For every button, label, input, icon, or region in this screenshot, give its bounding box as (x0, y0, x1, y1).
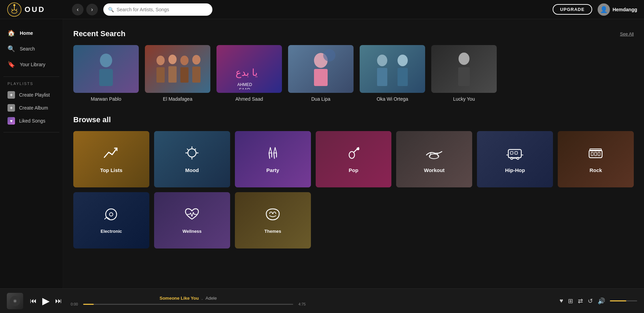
sidebar-item-home[interactable]: 🏠 Home (3, 26, 59, 40)
browse-card-hip-hop[interactable]: Hip-Hop (477, 131, 553, 187)
playlists-label: PLAYLISTS (0, 82, 63, 86)
health-label: Wellness (182, 229, 201, 234)
liked-songs-label: Liked Songs (19, 118, 45, 124)
browse-card-vinyl[interactable]: Electronic (73, 192, 149, 248)
home-icon: 🏠 (8, 29, 15, 37)
create-album-icon: + (8, 104, 15, 112)
artist-card-dua[interactable]: Dua Lipa (288, 45, 354, 102)
svg-rect-40 (510, 152, 513, 154)
svg-rect-11 (168, 66, 177, 83)
svg-rect-13 (180, 67, 189, 83)
svg-rect-48 (591, 152, 593, 156)
avatar: 👤 (598, 3, 610, 16)
workout-label: Workout (424, 167, 445, 173)
browse-all-grid: Top Lists Mood (73, 131, 634, 248)
nav-arrows: ‹ › (72, 4, 98, 15)
play-pause-button[interactable]: ▶ (42, 295, 50, 307)
artist-image-dua (288, 45, 354, 93)
recent-search-title: Recent Search (73, 29, 125, 38)
progress-bar[interactable] (83, 304, 293, 305)
artist-card-lucky[interactable]: Lucky You (431, 45, 497, 102)
artist-image-ahmed: يا بدع AHMED SAAD (216, 45, 282, 93)
search-icon: 🔍 (8, 45, 15, 53)
browse-card-pop[interactable]: Pop (316, 131, 392, 187)
svg-point-6 (100, 54, 112, 67)
like-button[interactable]: ♥ (559, 297, 563, 304)
repeat-button[interactable]: ↺ (588, 297, 593, 305)
search-bar[interactable]: 🔍 (103, 3, 212, 16)
hip-hop-label: Hip-Hop (505, 167, 525, 173)
svg-point-26 (459, 53, 469, 65)
vinyl-label: Electronic (101, 229, 122, 234)
sidebar-home-label: Home (20, 30, 33, 36)
player-right-controls: ♥ ⊞ ⇄ ↺ 🔊 (559, 297, 637, 305)
volume-bar[interactable] (610, 300, 637, 301)
svg-point-12 (180, 56, 189, 65)
themes-icon (264, 207, 282, 225)
create-album-action[interactable]: + Create Album (0, 101, 63, 114)
svg-point-53 (109, 213, 113, 216)
workout-icon (425, 145, 444, 164)
artist-card-ahmed[interactable]: يا بدع AHMED SAAD Ahmed Saad (216, 45, 282, 102)
shuffle-button[interactable]: ⇄ (578, 297, 583, 305)
browse-card-top-lists[interactable]: Top Lists (73, 131, 149, 187)
create-playlist-label: Create Playlist (19, 92, 50, 98)
sidebar: 🏠 Home 🔍 Search 🔖 Your Library PLAYLISTS… (0, 19, 63, 288)
svg-rect-23 (377, 68, 387, 86)
browse-card-party[interactable]: Party (235, 131, 311, 187)
svg-point-3 (13, 4, 15, 6)
artist-image-madafagea (145, 45, 210, 93)
topbar-right: UPGRADE 👤 Hemdangg (553, 3, 637, 16)
back-button[interactable]: ‹ (72, 4, 84, 15)
sidebar-item-library[interactable]: 🔖 Your Library (3, 57, 59, 72)
pop-icon (345, 145, 362, 164)
browse-card-health[interactable]: Wellness (154, 192, 230, 248)
song-title: Someone Like You (160, 296, 199, 301)
user-area[interactable]: 👤 Hemdangg (598, 3, 637, 16)
liked-songs-icon: ♥ (8, 117, 15, 125)
artist-name-dua: Dua Lipa (311, 96, 330, 102)
artist-card-madafagea[interactable]: El Madafagea (145, 45, 210, 102)
previous-button[interactable]: ⏮ (30, 297, 37, 305)
browse-card-workout[interactable]: Workout (396, 131, 472, 187)
topbar: OUD ‹ › 🔍 UPGRADE 👤 Hemdangg (0, 0, 644, 19)
forward-button[interactable]: › (86, 4, 98, 15)
browse-card-themes[interactable]: Themes (235, 192, 311, 248)
browse-card-rock[interactable]: Rock (558, 131, 634, 187)
svg-rect-9 (156, 67, 165, 83)
recent-search-header: Recent Search See All (73, 29, 634, 38)
liked-songs-action[interactable]: ♥ Liked Songs (0, 114, 63, 127)
create-album-label: Create Album (19, 105, 48, 111)
see-all-link[interactable]: See All (620, 31, 634, 37)
svg-point-37 (357, 147, 359, 150)
svg-rect-20 (314, 69, 328, 86)
svg-rect-49 (595, 152, 597, 156)
artist-name-marwan: Marwan Pablo (91, 96, 121, 102)
svg-rect-7 (99, 69, 113, 86)
artist-card-marwan[interactable]: Marwan Pablo (73, 45, 139, 102)
sidebar-nav: 🏠 Home 🔍 Search 🔖 Your Library (0, 26, 63, 72)
browse-card-mood[interactable]: Mood (154, 131, 230, 187)
progress-fill (83, 304, 94, 305)
player-progress: Someone Like You . Adele 0:00 4:75 (69, 296, 308, 306)
artist-name-madafagea: El Madafagea (163, 96, 192, 102)
svg-rect-25 (398, 68, 408, 86)
artist-card-oka[interactable]: Oka Wi Ortega (360, 45, 425, 102)
create-playlist-action[interactable]: + Create Playlist (0, 88, 63, 101)
next-button[interactable]: ⏭ (55, 297, 62, 305)
logo-area: OUD (7, 2, 66, 17)
svg-line-33 (187, 149, 188, 150)
svg-point-58 (14, 300, 16, 302)
health-icon (183, 207, 201, 225)
sidebar-library-label: Your Library (20, 62, 45, 67)
queue-button[interactable]: ⊞ (568, 297, 573, 305)
volume-icon[interactable]: 🔊 (598, 297, 605, 305)
upgrade-button[interactable]: UPGRADE (553, 4, 592, 15)
party-icon (264, 145, 281, 164)
search-input[interactable] (117, 7, 208, 12)
pop-label: Pop (349, 167, 358, 173)
sidebar-item-search[interactable]: 🔍 Search (3, 42, 59, 56)
artist-name-oka: Oka Wi Ortega (377, 96, 408, 102)
svg-point-42 (511, 157, 513, 159)
svg-point-14 (192, 55, 200, 65)
